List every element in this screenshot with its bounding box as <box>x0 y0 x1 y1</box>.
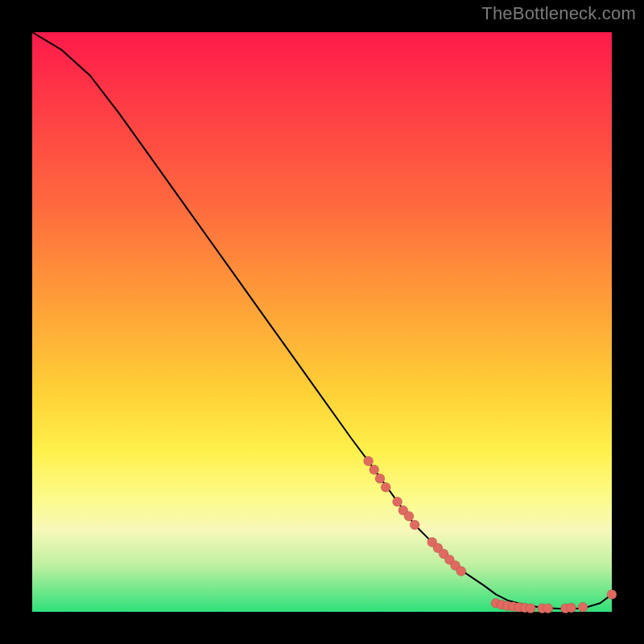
data-point <box>526 604 535 613</box>
data-point <box>543 604 553 613</box>
data-point <box>578 602 588 612</box>
data-point <box>393 497 402 506</box>
data-point <box>567 603 576 613</box>
bottleneck-curve <box>32 32 612 609</box>
chart-frame: TheBottleneck.com <box>0 0 644 644</box>
chart-svg <box>32 32 612 612</box>
gradient-plot-area <box>32 32 612 612</box>
data-point <box>381 482 390 492</box>
data-point <box>369 465 379 475</box>
data-point <box>364 456 374 466</box>
data-point <box>404 511 414 521</box>
watermark-text: TheBottleneck.com <box>481 3 636 24</box>
data-point <box>410 520 419 530</box>
data-point <box>456 567 466 576</box>
data-point <box>375 473 385 483</box>
data-point <box>607 589 617 599</box>
